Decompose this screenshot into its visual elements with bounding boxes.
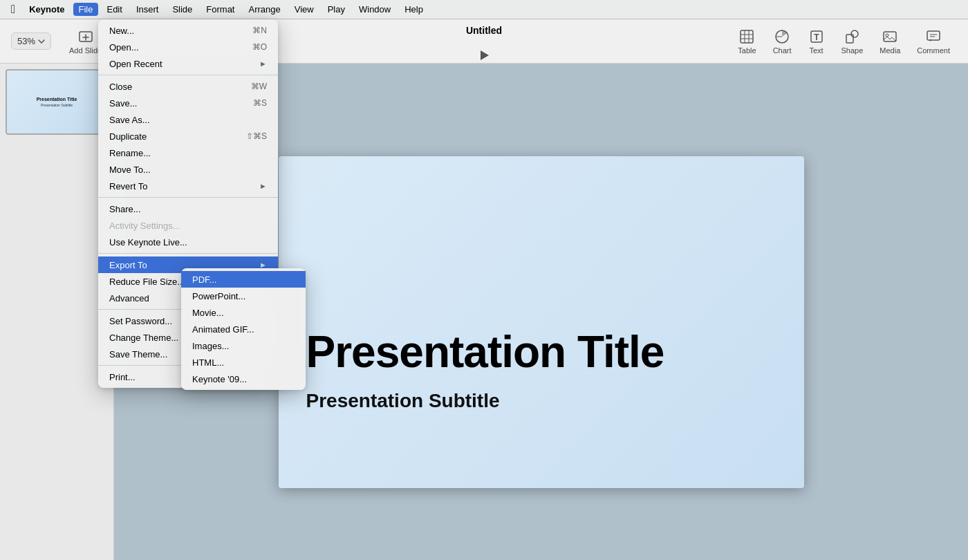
text-icon: T	[808, 28, 825, 45]
export-submenu: PDF... PowerPoint... Movie... Animated G…	[181, 268, 306, 390]
shape-button[interactable]: Shape	[835, 26, 871, 57]
table-label: Table	[738, 46, 756, 55]
slide-title[interactable]: Presentation Title	[306, 326, 776, 377]
menu-new-shortcut: ⌘N	[252, 26, 267, 35]
chevron-down-icon	[38, 39, 45, 44]
menu-move-to-label: Move To...	[109, 165, 151, 175]
slide-thumbnail[interactable]: Presentation Title Presentation Subtitle	[6, 69, 108, 135]
menubar-keynote[interactable]: Keynote	[24, 3, 70, 16]
export-keynote09-label: Keynote '09...	[192, 374, 247, 384]
chart-icon	[774, 28, 790, 45]
menu-duplicate-shortcut: ⇧⌘S	[246, 131, 267, 141]
menu-close[interactable]: Close ⌘W	[98, 78, 278, 95]
chart-button[interactable]: Chart	[766, 26, 799, 57]
revert-to-arrow: ►	[259, 182, 267, 190]
menubar-insert[interactable]: Insert	[131, 3, 165, 16]
export-html-label: HTML...	[192, 357, 224, 368]
menu-save-as-label: Save As...	[109, 115, 150, 125]
menubar-arrange[interactable]: Arrange	[243, 3, 286, 16]
open-recent-arrow: ►	[259, 59, 267, 68]
menu-export-to-label: Export To	[109, 260, 147, 270]
menubar-play[interactable]: Play	[322, 3, 351, 16]
table-button[interactable]: Table	[731, 26, 763, 57]
menu-open-recent[interactable]: Open Recent ►	[98, 55, 278, 72]
zoom-control[interactable]: 53%	[11, 32, 51, 50]
menu-advanced-label: Advanced	[109, 293, 149, 304]
menu-keynote-live-label: Use Keynote Live...	[109, 237, 187, 248]
menu-share[interactable]: Share...	[98, 200, 278, 217]
add-slide-icon	[77, 28, 94, 45]
menu-save-shortcut: ⌘S	[253, 98, 267, 108]
export-images[interactable]: Images...	[181, 337, 306, 354]
svg-rect-4	[741, 30, 753, 43]
add-slide-label: Add Slide	[69, 46, 102, 55]
menu-revert-to[interactable]: Revert To ►	[98, 178, 278, 194]
export-powerpoint[interactable]: PowerPoint...	[181, 288, 306, 304]
zoom-value: 53%	[17, 36, 35, 46]
menubar-format[interactable]: Format	[201, 3, 240, 16]
menu-rename-label: Rename...	[109, 148, 151, 158]
separator-1	[98, 75, 278, 75]
text-button[interactable]: T Text	[801, 26, 832, 57]
slide-thumb-title: Presentation Title	[37, 97, 77, 102]
export-movie[interactable]: Movie...	[181, 304, 306, 321]
svg-point-14	[851, 30, 858, 37]
slide-thumb-subtitle: Presentation Subtitle	[41, 103, 73, 107]
menu-open-label: Open...	[109, 42, 139, 53]
menu-open-recent-label: Open Recent	[109, 59, 162, 69]
media-icon	[882, 28, 898, 45]
menu-change-theme-label: Change Theme...	[109, 333, 178, 343]
slide-canvas[interactable]: Presentation Title Presentation Subtitle	[279, 156, 804, 488]
toolbar-right: Table Chart T Text	[731, 26, 957, 57]
text-label: Text	[809, 46, 823, 55]
apple-menu[interactable]: 	[6, 1, 21, 18]
export-animated-gif-label: Animated GIF...	[192, 324, 254, 335]
svg-text:T: T	[814, 32, 819, 42]
menu-print-label: Print...	[109, 372, 136, 382]
menu-new-label: New...	[109, 26, 134, 36]
menu-activity-settings-label: Activity Settings...	[109, 221, 180, 231]
menu-close-shortcut: ⌘W	[251, 82, 267, 91]
comment-icon	[925, 28, 942, 45]
menu-save-theme-label: Save Theme...	[109, 349, 167, 360]
export-animated-gif[interactable]: Animated GIF...	[181, 321, 306, 337]
menu-open[interactable]: Open... ⌘O	[98, 39, 278, 55]
menubar-window[interactable]: Window	[353, 3, 396, 16]
table-icon	[738, 28, 755, 45]
menu-activity-settings: Activity Settings...	[98, 217, 278, 234]
menu-duplicate[interactable]: Duplicate ⇧⌘S	[98, 128, 278, 144]
menu-save-as[interactable]: Save As...	[98, 111, 278, 128]
shape-icon	[844, 28, 860, 45]
menubar-edit[interactable]: Edit	[101, 3, 127, 16]
export-powerpoint-label: PowerPoint...	[192, 291, 245, 301]
menubar-slide[interactable]: Slide	[167, 3, 198, 16]
comment-button[interactable]: Comment	[910, 26, 957, 57]
slide-panel: Presentation Title Presentation Subtitle	[0, 64, 114, 560]
menu-new[interactable]: New... ⌘N	[98, 22, 278, 39]
export-html[interactable]: HTML...	[181, 354, 306, 371]
menu-save[interactable]: Save... ⌘S	[98, 95, 278, 111]
separator-2	[98, 197, 278, 198]
media-label: Media	[879, 46, 900, 55]
separator-3	[98, 253, 278, 254]
export-pdf-label: PDF...	[192, 274, 216, 285]
menu-save-label: Save...	[109, 98, 137, 109]
chart-label: Chart	[773, 46, 792, 55]
slide-subtitle[interactable]: Presentation Subtitle	[306, 390, 500, 412]
menu-rename[interactable]: Rename...	[98, 144, 278, 161]
menubar:  Keynote File Edit Insert Slide Format …	[0, 0, 968, 19]
export-movie-label: Movie...	[192, 308, 224, 318]
export-pdf[interactable]: PDF...	[181, 271, 306, 288]
menu-open-shortcut: ⌘O	[252, 42, 267, 52]
export-keynote09[interactable]: Keynote '09...	[181, 371, 306, 387]
export-images-label: Images...	[192, 341, 229, 351]
menubar-help[interactable]: Help	[399, 3, 429, 16]
menu-keynote-live[interactable]: Use Keynote Live...	[98, 234, 278, 250]
menu-move-to[interactable]: Move To...	[98, 161, 278, 178]
comment-label: Comment	[917, 46, 950, 55]
shape-label: Shape	[841, 46, 864, 55]
media-button[interactable]: Media	[873, 26, 907, 57]
menubar-file[interactable]: File	[73, 3, 99, 16]
menubar-view[interactable]: View	[289, 3, 319, 16]
menu-close-label: Close	[109, 82, 132, 92]
